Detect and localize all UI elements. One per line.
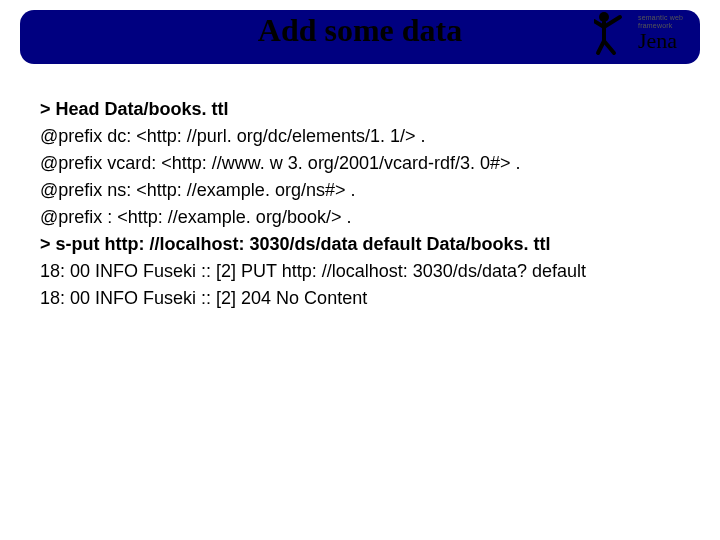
code-line: > Head Data/books. ttl xyxy=(40,96,680,123)
logo-text: semantic web framework Jena xyxy=(638,14,683,52)
jena-logo-icon xyxy=(594,9,636,57)
code-line: @prefix ns: <http: //example. org/ns#> . xyxy=(40,177,680,204)
code-line: @prefix dc: <http: //purl. org/dc/elemen… xyxy=(40,123,680,150)
logo-name: Jena xyxy=(638,30,683,52)
code-line: 18: 00 INFO Fuseki :: [2] PUT http: //lo… xyxy=(40,258,680,285)
code-block: > Head Data/books. ttl @prefix dc: <http… xyxy=(40,96,680,312)
code-line: 18: 00 INFO Fuseki :: [2] 204 No Content xyxy=(40,285,680,312)
jena-logo: semantic web framework Jena xyxy=(594,6,704,60)
code-line: > s-put http: //localhost: 3030/ds/data … xyxy=(40,231,680,258)
slide: Add some data semantic web framework Jen… xyxy=(0,0,720,540)
code-line: @prefix vcard: <http: //www. w 3. org/20… xyxy=(40,150,680,177)
code-line: @prefix : <http: //example. org/book/> . xyxy=(40,204,680,231)
logo-tagline-1: semantic web xyxy=(638,14,683,22)
